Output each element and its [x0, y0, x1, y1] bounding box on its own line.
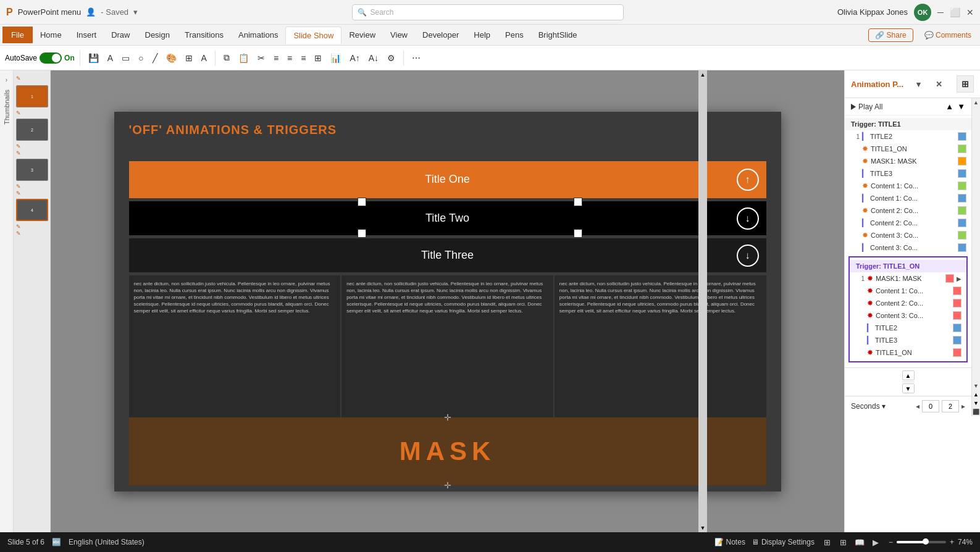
- tab-file[interactable]: File: [2, 27, 33, 43]
- align-center-btn[interactable]: ≡: [284, 51, 295, 65]
- tab-home[interactable]: Home: [33, 27, 69, 43]
- seconds-input-right[interactable]: [942, 400, 959, 412]
- tab-animations[interactable]: Animations: [231, 27, 285, 43]
- seconds-input-left[interactable]: [922, 400, 939, 412]
- save-btn[interactable]: 💾: [85, 51, 102, 65]
- seconds-dropdown-icon[interactable]: ▾: [882, 402, 886, 411]
- anim-right-scrollbar[interactable]: ▲ ▼ ▲ ▼ ⬛: [971, 98, 980, 416]
- anim-item-t2-title1on[interactable]: ✸ TITLE1_ON: [850, 346, 966, 359]
- tab-insert[interactable]: Insert: [69, 27, 104, 43]
- notes-button[interactable]: 📝 Notes: [714, 538, 745, 546]
- canvas-scroll-up[interactable]: ▲: [698, 70, 707, 79]
- fontsize-down-btn[interactable]: A↓: [366, 51, 382, 65]
- anim-item-content2a[interactable]: ✸ Content 2: Co...: [845, 204, 971, 217]
- ellipse-btn[interactable]: ○: [135, 51, 146, 65]
- cut-btn[interactable]: ✂: [254, 51, 268, 65]
- tab-slideshow[interactable]: Slide Show: [285, 27, 341, 44]
- align-right-btn[interactable]: ≡: [298, 51, 309, 65]
- normal-view-btn[interactable]: ⊞: [821, 535, 834, 549]
- chart-btn[interactable]: 📊: [327, 51, 344, 65]
- anim-item-content2b[interactable]: ▎ Content 2: Co...: [845, 217, 971, 229]
- slide-thumb-3[interactable]: 3: [16, 159, 48, 181]
- save-dropdown-icon[interactable]: ▾: [133, 7, 138, 17]
- copy-btn[interactable]: ⧉: [220, 51, 233, 65]
- anim-item-content1a[interactable]: ✸ Content 1: Co...: [845, 180, 971, 192]
- anim-item-t2-content3[interactable]: ✸ Content 3: Co...: [850, 309, 966, 322]
- tab-brightslide[interactable]: BrightSlide: [531, 27, 585, 43]
- tab-pens[interactable]: Pens: [498, 27, 531, 43]
- tab-design[interactable]: Design: [138, 27, 177, 43]
- search-box[interactable]: 🔍 Search: [352, 4, 624, 20]
- canvas-scrollbar[interactable]: ▲ ▼: [698, 70, 707, 532]
- zoom-out-btn[interactable]: −: [889, 538, 893, 546]
- anim-item-content3b[interactable]: ▎ Content 3: Co...: [845, 241, 971, 254]
- canvas-scroll-track[interactable]: [698, 79, 707, 524]
- scroll-down-arrow[interactable]: ▼: [902, 383, 915, 393]
- tab-help[interactable]: Help: [466, 27, 498, 43]
- fontcolor-btn[interactable]: A: [198, 51, 210, 65]
- move-down-btn[interactable]: ▼: [957, 102, 965, 111]
- more-btn[interactable]: ⋯: [409, 51, 424, 65]
- anim-item-content1b[interactable]: ▎ Content 1: Co...: [845, 192, 971, 204]
- maximize-icon[interactable]: ⬜: [950, 7, 960, 17]
- title-two-arrow[interactable]: ↓: [737, 207, 759, 230]
- thumbnails-collapse-btn[interactable]: ›: [6, 77, 7, 83]
- anim-scroll-extra-btn-1[interactable]: ▲: [973, 390, 979, 399]
- anim-item-mask1[interactable]: ✸ MASK1: MASK: [845, 155, 971, 167]
- animation-panel-close[interactable]: ✕: [936, 80, 942, 89]
- zoom-bar[interactable]: [897, 541, 946, 543]
- display-settings-button[interactable]: 🖥 Display Settings: [752, 538, 815, 546]
- slideshow-view-btn[interactable]: ▶: [869, 535, 882, 549]
- anim-item-content3a[interactable]: ✸ Content 3: Co...: [845, 229, 971, 241]
- minimize-icon[interactable]: ─: [937, 7, 944, 17]
- close-icon[interactable]: ✕: [966, 7, 974, 17]
- tab-draw[interactable]: Draw: [104, 27, 137, 43]
- tab-review[interactable]: Review: [341, 27, 383, 43]
- fill-btn[interactable]: 🎨: [163, 51, 180, 65]
- seconds-left-arrow[interactable]: ◂: [916, 402, 919, 411]
- title-one-arrow[interactable]: ↑: [737, 169, 759, 191]
- tab-developer[interactable]: Developer: [415, 27, 466, 43]
- fontsize-up-btn[interactable]: A↑: [346, 51, 362, 65]
- anim-scroll-up-btn[interactable]: ▲: [972, 98, 981, 107]
- align-left-btn[interactable]: ≡: [270, 51, 282, 65]
- tab-transitions[interactable]: Transitions: [177, 27, 231, 43]
- animation-panel-dropdown[interactable]: ▾: [916, 80, 921, 89]
- anim-item-t2-content2[interactable]: ✸ Content 2: Co...: [850, 297, 966, 309]
- title-three-arrow[interactable]: ↓: [737, 245, 759, 267]
- settings-btn[interactable]: ⚙: [384, 51, 398, 65]
- anim-item-t2-mask1[interactable]: 1 ✸ MASK1: MASK ▶: [850, 272, 966, 285]
- user-avatar[interactable]: OK: [914, 4, 931, 21]
- share-button[interactable]: 🔗 Share: [868, 28, 913, 42]
- tab-view[interactable]: View: [383, 27, 415, 43]
- anim-scroll-extra-btn-3[interactable]: ⬛: [973, 408, 979, 416]
- slide-thumb-1[interactable]: 1: [16, 85, 48, 107]
- slide-sorter-btn[interactable]: ⊞: [837, 535, 850, 549]
- zoom-in-btn[interactable]: +: [950, 538, 954, 546]
- arrange-btn[interactable]: ⊞: [182, 51, 196, 65]
- canvas-scroll-down[interactable]: ▼: [698, 524, 707, 532]
- anim-item-t2-title3[interactable]: ▎ TITLE3: [850, 334, 966, 346]
- play-all-btn[interactable]: Play All: [851, 102, 882, 111]
- paste-btn[interactable]: 📋: [235, 51, 252, 65]
- line-btn[interactable]: ╱: [149, 51, 161, 65]
- animation-panel-extra-btn[interactable]: ⊞: [957, 75, 974, 93]
- comments-button[interactable]: 💬 Comments: [918, 29, 978, 41]
- move-up-btn[interactable]: ▲: [945, 102, 953, 111]
- anim-item-title3[interactable]: ▎ TITLE3: [845, 167, 971, 180]
- text-btn[interactable]: A: [104, 51, 116, 65]
- anim-scroll-down-btn[interactable]: ▼: [972, 382, 981, 390]
- anim-item-t2-content1[interactable]: ✸ Content 1: Co...: [850, 285, 966, 297]
- seconds-right-arrow[interactable]: ▸: [961, 402, 965, 411]
- rect-btn[interactable]: ▭: [119, 51, 133, 65]
- table-btn[interactable]: ⊞: [311, 51, 325, 65]
- slide-thumb-4[interactable]: 4: [16, 199, 48, 221]
- autosave-toggle[interactable]: [40, 52, 62, 64]
- scroll-up-arrow[interactable]: ▲: [902, 370, 915, 380]
- anim-scroll-extra-btn-2[interactable]: ▼: [973, 399, 979, 408]
- reading-view-btn[interactable]: 📖: [853, 535, 866, 549]
- expand-arrow-1[interactable]: ▶: [957, 275, 961, 282]
- anim-item-t2-title2[interactable]: ▎ TITLE2: [850, 322, 966, 334]
- slide-thumb-2[interactable]: 2: [16, 119, 48, 141]
- anim-item-title1on[interactable]: ✸ TITLE1_ON: [845, 143, 971, 155]
